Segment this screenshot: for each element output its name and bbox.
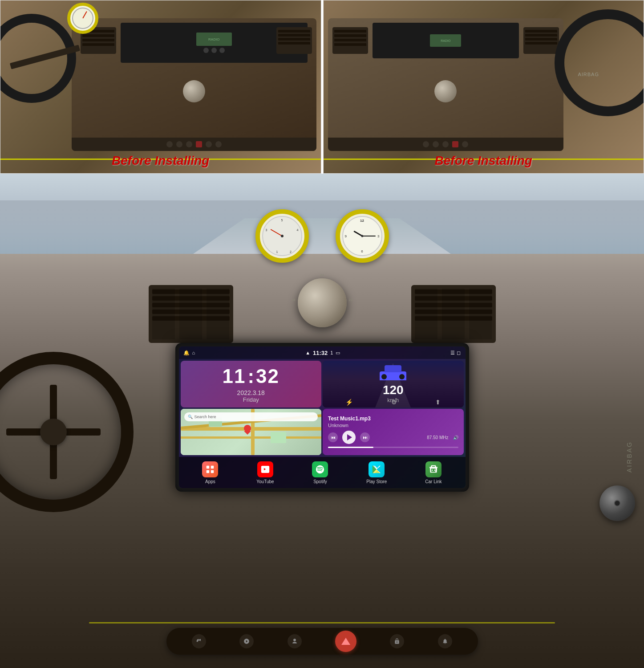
clock-gauge: 12 3 6 9 bbox=[336, 209, 389, 263]
steering-wheel-main[interactable] bbox=[0, 352, 134, 512]
youtube-label: YouTube bbox=[256, 479, 274, 484]
car-after-photo: 5 4 3 1 2 bbox=[0, 174, 644, 668]
svg-rect-3 bbox=[211, 470, 214, 472]
apps-bar: Apps YouTube bbox=[179, 457, 466, 488]
bottom-section: 5 4 3 1 2 bbox=[0, 174, 644, 668]
car-interior-right: RADIO bbox=[324, 0, 644, 173]
dashboard-area: 24 22 18 🔔 ⌂ bbox=[122, 272, 522, 494]
vent-left bbox=[149, 285, 233, 343]
ctrl-btn-1[interactable] bbox=[192, 634, 206, 648]
status-icon-1: ☰ bbox=[450, 350, 455, 356]
status-center: ▲ 11:32 1 ▭ bbox=[305, 350, 340, 356]
before-label-left: Before Installing bbox=[112, 154, 209, 168]
status-wifi-icon: ▲ bbox=[305, 350, 310, 355]
search-icon-small: 🔍 bbox=[188, 415, 193, 419]
spotify-label: Spotify bbox=[313, 479, 327, 484]
yellow-trim bbox=[89, 622, 555, 623]
hazard-button[interactable] bbox=[335, 631, 356, 652]
carlink-label: Car Link bbox=[425, 479, 441, 484]
speed-display-area: 120 km/h bbox=[383, 383, 404, 403]
clock-minutes: 32 bbox=[256, 365, 279, 387]
home-icon: ⌂ bbox=[192, 350, 195, 355]
clock-widget: 11 : 32 2022.3.18 Friday bbox=[181, 361, 322, 407]
ctrl-btn-4[interactable] bbox=[390, 634, 404, 648]
airbag-label: AIRBAG bbox=[626, 441, 633, 472]
ctrl-btn-2[interactable] bbox=[239, 634, 254, 648]
ctrl-btn-5[interactable] bbox=[438, 634, 452, 648]
status-bar: 🔔 ⌂ ▲ 11:32 1 ▭ ☰ bbox=[179, 346, 466, 359]
center-knob[interactable]: 24 22 18 bbox=[298, 278, 347, 327]
status-signal: 1 bbox=[330, 350, 333, 355]
screen-bezel: 🔔 ⌂ ▲ 11:32 1 ▭ ☰ bbox=[175, 343, 469, 492]
media-controls-row: ⏮ ⏭ 87.50 MHz 🔊 bbox=[328, 431, 458, 444]
nav-icon: ⬆ bbox=[435, 399, 441, 406]
speed-value: 120 bbox=[383, 383, 404, 397]
svg-rect-1 bbox=[211, 465, 214, 468]
speedo-face: 5 4 3 1 2 bbox=[262, 216, 302, 256]
youtube-icon bbox=[257, 461, 273, 477]
media-title: Test Music1.mp3 bbox=[328, 415, 458, 422]
svg-rect-0 bbox=[207, 465, 209, 468]
map-widget: 🔍 Search here bbox=[181, 409, 322, 456]
status-right-icons: ☰ ◻ bbox=[450, 350, 461, 356]
knob-center-dot bbox=[614, 500, 621, 507]
glovebox-knob[interactable] bbox=[599, 485, 635, 521]
android-screen: 🔔 ⌂ ▲ 11:32 1 ▭ ☰ bbox=[179, 346, 466, 488]
map-background: 🔍 Search here bbox=[181, 409, 322, 456]
svg-point-4 bbox=[316, 465, 324, 473]
map-pin bbox=[244, 425, 251, 435]
app-item-apps[interactable]: Apps bbox=[202, 461, 218, 484]
media-artist: Unknown bbox=[328, 423, 458, 428]
clock-hours: 11 bbox=[222, 365, 246, 387]
search-text: Search here bbox=[194, 415, 216, 419]
status-battery-icon: ▭ bbox=[336, 350, 340, 356]
apps-icon bbox=[202, 461, 218, 477]
gauges-container: 5 4 3 1 2 bbox=[255, 209, 389, 263]
before-label-right: Before Installing bbox=[435, 154, 532, 168]
clock-date: 2022.3.18 bbox=[237, 389, 265, 396]
clock-colon: : bbox=[247, 365, 255, 387]
main-grid: 11 : 32 2022.3.18 Friday bbox=[179, 359, 466, 457]
app-item-spotify[interactable]: Spotify bbox=[312, 461, 328, 484]
clock-day: Friday bbox=[243, 396, 259, 403]
media-volume-icon: 🔊 bbox=[453, 435, 458, 440]
status-left-icons: 🔔 ⌂ bbox=[183, 350, 195, 356]
prev-button[interactable]: ⏮ bbox=[328, 432, 338, 442]
speedometer-gauge: 5 4 3 1 2 bbox=[255, 209, 309, 263]
progress-bar-fill bbox=[328, 447, 373, 448]
media-widget: Test Music1.mp3 Unknown ⏮ ⏭ 87.50 MHz bbox=[323, 409, 464, 456]
play-triangle bbox=[347, 434, 352, 440]
app-item-youtube[interactable]: YouTube bbox=[256, 461, 274, 484]
app-item-carlink[interactable]: Car Link bbox=[425, 461, 441, 484]
hazard-triangle-icon bbox=[341, 638, 350, 645]
notification-icon: 🔔 bbox=[183, 350, 190, 356]
vent-right bbox=[411, 285, 496, 343]
ctrl-btn-3[interactable] bbox=[288, 634, 302, 648]
before-image-right: RADIO bbox=[323, 0, 644, 174]
speed-widget: 120 km/h ⚡ ⚙ ⬆ bbox=[323, 361, 464, 407]
top-section: RADIO bbox=[0, 0, 644, 174]
svg-point-5 bbox=[432, 469, 433, 471]
svg-rect-2 bbox=[207, 470, 209, 472]
map-road-h2 bbox=[181, 436, 322, 439]
car-interior-left: RADIO bbox=[0, 0, 321, 173]
map-search-bar[interactable]: 🔍 Search here bbox=[184, 412, 318, 421]
spotify-icon bbox=[312, 461, 328, 477]
clock-display: 11 : 32 bbox=[222, 365, 279, 387]
progress-bar-bg bbox=[328, 447, 458, 448]
play-pause-button[interactable] bbox=[342, 431, 356, 444]
clock-face: 12 3 6 9 bbox=[342, 216, 382, 256]
app-item-playstore[interactable]: Play Store bbox=[366, 461, 387, 484]
car-silhouette bbox=[380, 365, 406, 380]
status-time: 11:32 bbox=[313, 350, 328, 356]
svg-point-6 bbox=[434, 469, 435, 471]
playstore-icon bbox=[369, 461, 385, 477]
bluetooth-icon: ⚡ bbox=[345, 399, 353, 406]
bottom-control-bar bbox=[166, 628, 478, 655]
main-container: RADIO bbox=[0, 0, 644, 668]
map-block-2 bbox=[271, 432, 286, 443]
carlink-icon bbox=[425, 461, 441, 477]
apps-label: Apps bbox=[205, 479, 215, 484]
next-button[interactable]: ⏭ bbox=[360, 432, 370, 442]
speed-unit: km/h bbox=[383, 397, 404, 403]
